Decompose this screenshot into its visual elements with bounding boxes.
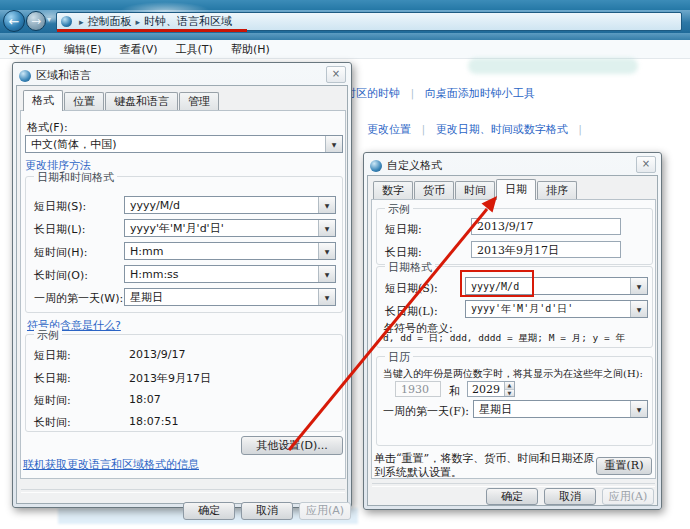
separator: | <box>404 87 422 100</box>
chevron-down-icon[interactable]: ▼ <box>325 136 342 152</box>
formats-tab-page: 格式(F): 中文(简体，中国) ▼ 更改排序方法 日期和时间格式 短日期(S)… <box>20 110 346 479</box>
short-date-label: 短日期(S): <box>34 199 86 214</box>
group-label: 日期和时间格式 <box>34 170 117 185</box>
year-from-field[interactable]: 1930 <box>395 381 441 397</box>
close-button[interactable]: × <box>636 156 656 173</box>
tab-numbers[interactable]: 数字 <box>373 181 413 200</box>
reset-button[interactable]: 重置(R) <box>596 457 652 475</box>
combobox-value: 中文(简体，中国) <box>26 137 325 152</box>
globe-icon <box>19 70 31 82</box>
menu-help[interactable]: 帮助(H) <box>222 42 279 57</box>
back-button[interactable]: ← <box>3 10 25 32</box>
dialog-titlebar: 区域和语言 × <box>16 66 348 85</box>
ok-button[interactable]: 确定 <box>183 502 235 520</box>
long-date-format-label: 长日期(L): <box>385 304 438 319</box>
apply-button[interactable]: 应用(A) <box>602 488 654 505</box>
separator-line <box>21 489 345 493</box>
link-change-location[interactable]: 更改位置 <box>367 123 411 136</box>
window-titlebar <box>0 0 690 10</box>
format-combobox[interactable]: 中文(简体，中国) ▼ <box>25 135 343 153</box>
tab-sorting[interactable]: 排序 <box>537 181 577 200</box>
breadcrumb-item-clock-language-region[interactable]: 时钟、语言和区域 <box>144 14 232 29</box>
link-change-date-time-format[interactable]: 更改日期、时间或数字格式 <box>436 123 568 136</box>
short-time-example-value: 18:07 <box>129 393 161 406</box>
chevron-down-icon[interactable]: ▼ <box>318 243 335 259</box>
reset-description: 单击“重置”，将数字、货币、时间和日期还原到系统默认设置。 <box>374 452 596 480</box>
cancel-button[interactable]: 取消 <box>241 502 293 520</box>
long-date-example-box[interactable]: 2013年9月17日 <box>471 241 621 258</box>
apply-button[interactable]: 应用(A) <box>299 502 351 520</box>
online-info-link[interactable]: 联机获取更改语言和区域格式的信息 <box>23 457 199 472</box>
close-button[interactable]: × <box>326 66 346 83</box>
dialog-body: 数字 货币 时间 日期 排序 示例 短日期: 2013/9/17 长日期: 20… <box>367 175 658 506</box>
first-day-combobox[interactable]: 星期日 ▼ <box>124 288 336 306</box>
spinner-buttons[interactable]: ▲ ▼ <box>504 382 514 396</box>
menu-edit[interactable]: 编辑(E) <box>55 42 111 57</box>
short-date-format-label: 短日期(S): <box>385 281 438 296</box>
spin-down-icon[interactable]: ▼ <box>505 390 514 397</box>
chevron-down-icon[interactable]: ▼ <box>318 289 335 305</box>
customize-format-dialog: 自定义格式 × 数字 货币 时间 日期 排序 示例 短日期: 2013/9/17… <box>363 152 662 510</box>
link-add-clock-gadget[interactable]: 向桌面添加时钟小工具 <box>425 87 535 100</box>
dialog-body: 格式 位置 键盘和语言 管理 格式(F): 中文(简体，中国) ▼ 更改排序方法… <box>16 85 348 504</box>
ok-button[interactable]: 确定 <box>486 488 538 505</box>
link-timezone-clocks[interactable]: 时区的时钟 <box>345 87 400 100</box>
tab-location[interactable]: 位置 <box>64 92 104 111</box>
back-icon: ← <box>9 14 20 29</box>
combobox-value: yyyy'年'M'月'd'日' <box>125 221 318 236</box>
long-date-combobox[interactable]: yyyy'年'M'月'd'日' ▼ <box>124 219 336 237</box>
background-link-row: 时区的时钟 | 向桌面添加时钟小工具 <box>345 86 535 101</box>
tab-strip: 格式 位置 键盘和语言 管理 <box>23 90 220 111</box>
spinner-value: 2029 <box>468 382 504 396</box>
additional-settings-button[interactable]: 其他设置(D)... <box>241 436 343 455</box>
tab-formats[interactable]: 格式 <box>23 90 63 111</box>
menu-file[interactable]: 文件(F) <box>0 42 55 57</box>
example-group: 示例 短日期: 2013/9/17 长日期: 2013年9月17日 短时间: 1… <box>25 334 343 432</box>
chevron-right-icon: ▸ <box>75 17 88 27</box>
calendar-group: 日历 当键入的年份是两位数字时，将其显示为在这些年之间(H): 1930 和 2… <box>376 356 653 446</box>
tab-currency[interactable]: 货币 <box>414 181 454 200</box>
short-date-example-label: 短日期: <box>385 222 422 237</box>
first-day-label: 一周的第一天(W): <box>34 291 123 306</box>
chevron-down-icon[interactable]: ▼ <box>630 401 647 417</box>
toolbar-strip <box>0 33 690 40</box>
combobox-value: 星期日 <box>474 402 630 417</box>
dialog-titlebar: 自定义格式 × <box>367 156 658 175</box>
dialog-title: 区域和语言 <box>36 68 91 83</box>
chevron-down-icon[interactable]: ▼ <box>630 278 647 294</box>
tab-time[interactable]: 时间 <box>455 181 495 200</box>
first-day-combobox[interactable]: 星期日 ▼ <box>473 400 648 418</box>
menu-tools[interactable]: 工具(T) <box>167 42 222 57</box>
recent-pages-icon[interactable]: ▾ <box>47 15 51 24</box>
long-date-format-combobox[interactable]: yyyy'年'M'月'd'日' ▼ <box>465 300 648 318</box>
tab-administrative[interactable]: 管理 <box>179 92 219 111</box>
group-label: 示例 <box>34 328 62 343</box>
background-link-row: 更改位置 | 更改日期、时间或数字格式 | <box>367 122 589 137</box>
combobox-value: yyyy/M/d <box>125 199 318 212</box>
annotation-highlight-rect <box>460 270 534 297</box>
breadcrumb-item-control-panel[interactable]: 控制面板 <box>88 14 132 29</box>
year-to-spinner[interactable]: 2029 ▲ ▼ <box>467 381 515 397</box>
short-time-combobox[interactable]: H:mm ▼ <box>124 242 336 260</box>
tab-date[interactable]: 日期 <box>496 179 536 200</box>
chevron-down-icon[interactable]: ▼ <box>318 197 335 213</box>
combobox-value: yyyy'年'M'月'd'日' <box>466 302 630 316</box>
short-date-example-box[interactable]: 2013/9/17 <box>471 218 621 235</box>
tab-keyboards-languages[interactable]: 键盘和语言 <box>105 92 178 111</box>
datetime-format-group: 日期和时间格式 短日期(S): yyyy/M/d ▼ 长日期(L): yyyy'… <box>25 176 343 313</box>
forward-button[interactable]: → <box>26 11 46 31</box>
forward-icon: → <box>31 14 41 28</box>
spin-up-icon[interactable]: ▲ <box>505 382 514 390</box>
cancel-button[interactable]: 取消 <box>544 488 596 505</box>
long-date-example-value: 2013年9月17日 <box>129 371 211 386</box>
long-time-combobox[interactable]: H:mm:ss ▼ <box>124 265 336 283</box>
short-date-combobox[interactable]: yyyy/M/d ▼ <box>124 196 336 214</box>
chevron-down-icon[interactable]: ▼ <box>318 220 335 236</box>
menu-view[interactable]: 查看(V) <box>110 42 166 57</box>
combobox-value: H:mm <box>125 245 318 258</box>
chevron-down-icon[interactable]: ▼ <box>630 301 647 317</box>
long-date-label: 长日期(L): <box>34 222 85 237</box>
date-tab-page: 示例 短日期: 2013/9/17 长日期: 2013年9月17日 日期格式 短… <box>371 199 656 479</box>
group-label: 示例 <box>385 202 413 217</box>
chevron-down-icon[interactable]: ▼ <box>318 266 335 282</box>
